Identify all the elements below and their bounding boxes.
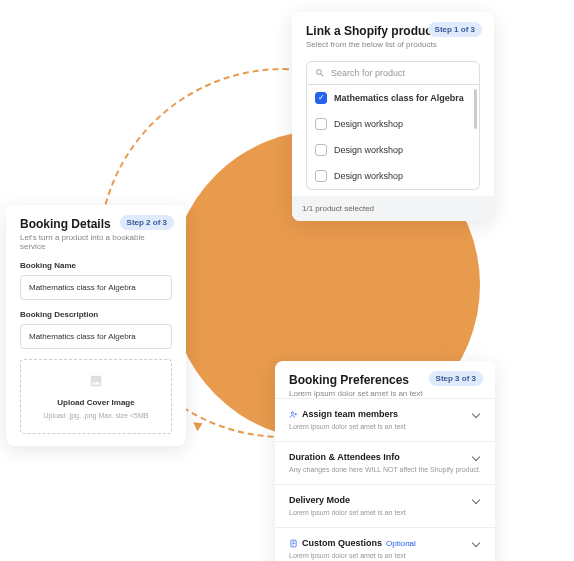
pref-title-text: Duration & Attendees Info [289, 452, 400, 462]
list-item-label: Design workshop [334, 171, 403, 181]
selection-count: 1/1 product selected [292, 196, 494, 221]
pref-subtitle: Any changes done here WILL NOT affect th… [289, 465, 481, 474]
svg-point-0 [291, 411, 293, 413]
product-list: Mathematics class for Algebra Design wor… [306, 85, 480, 190]
card-subtitle: Lorem ipsum dolor set amet is an text [289, 389, 481, 398]
scrollbar[interactable] [474, 89, 477, 129]
chevron-down-icon [473, 411, 481, 419]
search-placeholder: Search for product [331, 68, 405, 78]
upload-dropzone[interactable]: Upload Cover Image Upload .jpg, .png Max… [20, 359, 172, 434]
search-input[interactable]: Search for product [306, 61, 480, 85]
pref-assign-team[interactable]: Assign team members Lorem ipsum dolor se… [275, 398, 495, 441]
card-subtitle: Let's turn a product into a bookable ser… [20, 233, 172, 251]
upload-label: Upload Cover Image [29, 398, 163, 407]
booking-name-input[interactable]: Mathematics class for Algebra [20, 275, 172, 300]
step-badge: Step 1 of 3 [428, 22, 482, 37]
pref-title-text: Custom Questions [302, 538, 382, 548]
step2-card: Step 2 of 3 Booking Details Let's turn a… [6, 205, 186, 446]
pref-subtitle: Lorem ipsum dolor set amet is an text [289, 422, 481, 431]
list-item[interactable]: Mathematics class for Algebra [307, 85, 479, 111]
booking-name-label: Booking Name [20, 261, 172, 270]
step3-card: Step 3 of 3 Booking Preferences Lorem ip… [275, 361, 495, 561]
card-subtitle: Select from the below list of products [306, 40, 480, 49]
checkbox[interactable] [315, 170, 327, 182]
list-item[interactable]: Design workshop [307, 163, 479, 189]
pref-subtitle: Lorem ipsum dolor set amet is an text [289, 508, 481, 517]
checkbox[interactable] [315, 118, 327, 130]
image-icon [89, 374, 103, 388]
booking-desc-input[interactable]: Mathematics class for Algebra [20, 324, 172, 349]
chevron-down-icon [473, 497, 481, 505]
list-item[interactable]: Design workshop [307, 137, 479, 163]
document-icon [289, 539, 298, 548]
pref-title-text: Delivery Mode [289, 495, 350, 505]
checkbox[interactable] [315, 144, 327, 156]
pref-subtitle: Lorem ipsum dolor set amet is an text [289, 551, 481, 560]
pref-duration[interactable]: Duration & Attendees Info Any changes do… [275, 441, 495, 484]
upload-hint: Upload .jpg, .png Max. size <5MB [29, 412, 163, 419]
booking-desc-label: Booking Description [20, 310, 172, 319]
list-item-label: Design workshop [334, 145, 403, 155]
list-item-label: Design workshop [334, 119, 403, 129]
chevron-down-icon [473, 540, 481, 548]
chevron-down-icon [473, 454, 481, 462]
arrow-icon [193, 419, 204, 431]
list-item[interactable]: Design workshop [307, 111, 479, 137]
pref-delivery[interactable]: Delivery Mode Lorem ipsum dolor set amet… [275, 484, 495, 527]
step1-card: Step 1 of 3 Link a Shopify product Selec… [292, 12, 494, 221]
step-badge: Step 2 of 3 [120, 215, 174, 230]
checkbox-checked[interactable] [315, 92, 327, 104]
pref-title-text: Assign team members [302, 409, 398, 419]
user-plus-icon [289, 410, 298, 419]
search-icon [315, 68, 325, 78]
pref-custom-questions[interactable]: Custom QuestionsOptional Lorem ipsum dol… [275, 527, 495, 561]
list-item-label: Mathematics class for Algebra [334, 93, 464, 103]
optional-label: Optional [386, 539, 416, 548]
step-badge: Step 3 of 3 [429, 371, 483, 386]
